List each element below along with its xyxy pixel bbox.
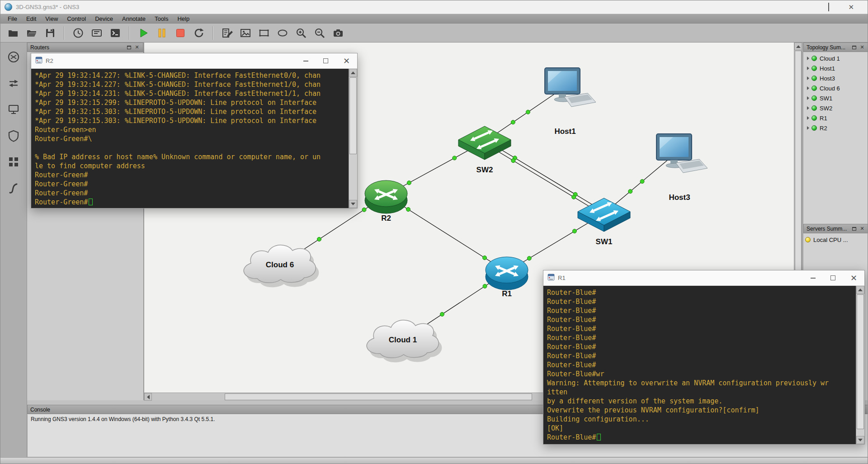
add-note-icon[interactable] <box>219 25 235 41</box>
terminal-line: Warning: Attempting to overwrite an NVRA… <box>547 379 856 388</box>
scroll-up-button[interactable] <box>349 69 357 77</box>
summary-item-r2[interactable]: R2 <box>805 123 868 133</box>
menu-device[interactable]: Device <box>90 14 118 23</box>
zoom-in-icon[interactable] <box>293 25 309 41</box>
screenshot-camera-icon[interactable] <box>330 25 346 41</box>
scroll-up-button[interactable] <box>794 43 802 50</box>
minimize-button[interactable] <box>303 61 308 62</box>
expand-chevron-icon[interactable] <box>807 96 809 100</box>
node-Host1[interactable] <box>545 68 596 107</box>
menu-help[interactable]: Help <box>173 14 194 23</box>
save-project-icon[interactable] <box>42 25 58 41</box>
close-panel-icon[interactable]: ✕ <box>134 44 140 50</box>
menu-tools[interactable]: Tools <box>150 14 173 23</box>
draw-rectangle-icon[interactable] <box>256 25 272 41</box>
terminal-line: *Apr 29 19:32:15.303: %LINEPROTO-5-UPDOW… <box>35 116 349 125</box>
horizontal-scroll-thumb[interactable] <box>225 393 532 400</box>
interface-status-dot <box>482 256 486 260</box>
float-panel-icon[interactable] <box>126 44 132 50</box>
terminal-scrollbar[interactable] <box>856 286 864 444</box>
interface-status-dot <box>572 195 576 199</box>
maximize-button[interactable] <box>323 58 328 63</box>
title-bar: 3D-GNS3.gns3* - GNS3 ✕ <box>0 0 868 14</box>
node-Host3[interactable] <box>656 134 708 173</box>
minimize-button[interactable] <box>811 278 816 279</box>
node-label: R1 <box>502 289 512 298</box>
scroll-up-button[interactable] <box>856 286 864 294</box>
close-panel-icon[interactable]: ✕ <box>859 226 865 232</box>
start-all-icon[interactable] <box>135 25 151 41</box>
stop-all-icon[interactable] <box>172 25 189 41</box>
summary-item-r1[interactable]: R1 <box>805 113 868 123</box>
expand-chevron-icon[interactable] <box>807 66 809 70</box>
window-titlebar[interactable]: R1 ✕ <box>543 270 864 286</box>
summary-item-label: Cloud 1 <box>820 55 840 62</box>
expand-chevron-icon[interactable] <box>807 76 809 80</box>
node-R1[interactable] <box>486 257 528 290</box>
open-project-folder-icon[interactable] <box>24 25 40 41</box>
terminal-line: Router-Blue# <box>547 333 856 342</box>
expand-chevron-icon[interactable] <box>807 126 809 130</box>
float-panel-icon[interactable] <box>851 44 857 50</box>
suspend-all-icon[interactable] <box>154 25 170 41</box>
summary-item-cloud-6[interactable]: Cloud 6 <box>805 83 868 93</box>
link-SW2-SW1[interactable] <box>486 140 605 212</box>
console-scrollbar[interactable] <box>0 457 868 464</box>
console-connect-icon[interactable] <box>107 25 123 41</box>
terminal-line: Overwrite the previous NVRAM configurati… <box>547 406 856 415</box>
maximize-button[interactable] <box>830 275 835 280</box>
link-SW2-SW1[interactable] <box>484 143 603 215</box>
float-panel-icon[interactable] <box>851 226 857 232</box>
terminal-output[interactable]: Router-Blue#Router-Blue#Router-Blue#Rout… <box>543 286 856 444</box>
scroll-down-button[interactable] <box>349 200 357 208</box>
node-label: SW1 <box>596 237 613 246</box>
scroll-thumb[interactable] <box>857 294 864 429</box>
terminal-line: *Apr 29 19:32:14.231: %LINK-5-CHANGED: I… <box>35 89 349 98</box>
new-project-folder-icon[interactable] <box>5 25 21 41</box>
scroll-thumb[interactable] <box>349 77 357 154</box>
scroll-down-button[interactable] <box>856 436 864 444</box>
interface-labels-icon[interactable] <box>89 25 105 41</box>
terminal-scrollbar[interactable] <box>349 69 357 208</box>
summary-item-cloud-1[interactable]: Cloud 1 <box>805 53 868 63</box>
terminal-output[interactable]: *Apr 29 19:32:14.227: %LINK-5-CHANGED: I… <box>31 69 349 208</box>
main-toolbar <box>0 24 868 43</box>
menu-annotate[interactable]: Annotate <box>118 14 150 23</box>
summary-item-host3[interactable]: Host3 <box>805 73 868 83</box>
device-status-led-icon <box>811 56 817 61</box>
summary-item-host1[interactable]: Host1 <box>805 63 868 73</box>
scroll-left-button[interactable] <box>144 393 152 401</box>
terminal-line: Router-Green>en <box>35 125 349 134</box>
close-button[interactable]: ✕ <box>850 274 857 282</box>
expand-chevron-icon[interactable] <box>807 116 809 120</box>
zoom-out-icon[interactable] <box>311 25 328 41</box>
topology-summary-title: Topology Sum... <box>807 44 845 51</box>
summary-item-local-cpu-[interactable]: Local CPU ... <box>805 235 868 245</box>
summary-item-label: R1 <box>820 115 827 122</box>
terminal-line: Router-Green# <box>35 170 349 180</box>
insert-picture-icon[interactable] <box>237 25 254 41</box>
topology-summary-header: Topology Sum... ✕ <box>803 43 868 52</box>
snapshot-clock-icon[interactable] <box>70 25 86 41</box>
servers-summary-title: Servers Summ... <box>807 226 847 232</box>
close-button[interactable]: ✕ <box>848 4 854 10</box>
expand-chevron-icon[interactable] <box>807 57 809 60</box>
toolbar-separator <box>129 26 130 40</box>
node-SW1[interactable] <box>578 198 630 232</box>
summary-item-sw2[interactable]: SW2 <box>805 103 868 113</box>
menu-view[interactable]: View <box>41 14 62 23</box>
expand-chevron-icon[interactable] <box>807 86 809 90</box>
close-button[interactable]: ✕ <box>343 57 350 65</box>
menu-file[interactable]: File <box>3 14 22 23</box>
draw-ellipse-icon[interactable] <box>274 25 291 41</box>
summary-item-sw1[interactable]: SW1 <box>805 93 868 103</box>
reload-all-icon[interactable] <box>191 25 207 41</box>
menu-edit[interactable]: Edit <box>22 14 41 23</box>
close-panel-icon[interactable]: ✕ <box>859 44 865 50</box>
maximize-button[interactable] <box>828 4 829 10</box>
summary-item-label: Host3 <box>820 75 835 82</box>
expand-chevron-icon[interactable] <box>807 106 809 110</box>
menu-control[interactable]: Control <box>62 14 90 23</box>
window-titlebar[interactable]: R2 ✕ <box>31 53 357 69</box>
node-R2[interactable] <box>365 180 407 213</box>
